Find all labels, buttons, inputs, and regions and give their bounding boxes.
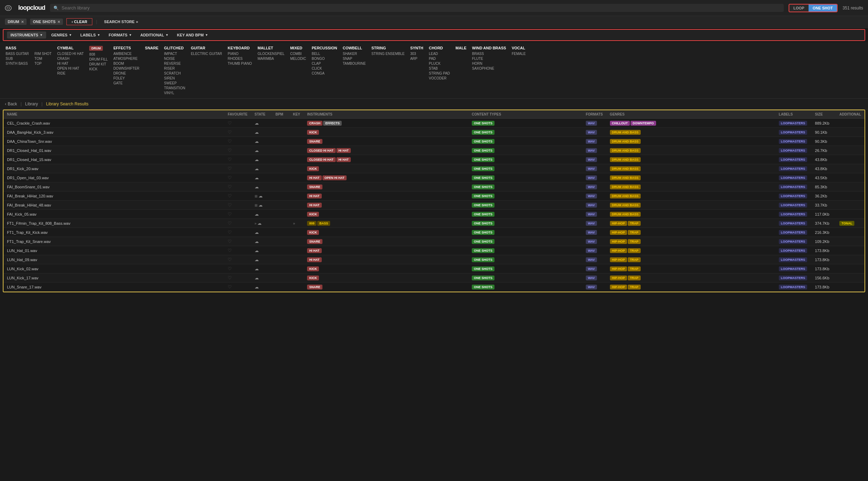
content-type-tag[interactable]: ONE SHOTS [472, 203, 495, 208]
inst-click[interactable]: CLICK [312, 67, 337, 70]
inst-ambience[interactable]: AMBIENCE [113, 52, 139, 56]
inst-saxophone[interactable]: SAXOPHONE [472, 67, 506, 70]
inst-snap[interactable]: SNAP [343, 57, 366, 61]
table-row[interactable]: DR1_Open_Hat_03.wav♡☁HI HATOPEN HI HATON… [3, 173, 865, 182]
label-tag[interactable]: LOOPMASTERS [779, 157, 807, 162]
label-tag[interactable]: LOOPMASTERS [779, 148, 807, 153]
filter-formats-button[interactable]: FORMATS ▼ [105, 32, 136, 39]
inst-rhodes[interactable]: RHODES [228, 57, 252, 61]
genre-tag[interactable]: DRUM AND BASS [610, 194, 641, 198]
inst-vocoder[interactable]: VOCODER [429, 76, 450, 80]
inst-clap[interactable]: CLAP [312, 62, 337, 65]
inst-drum-kit[interactable]: DRUM KIT [89, 62, 108, 66]
cell-favourite[interactable]: ♡ [224, 264, 251, 273]
cell-favourite[interactable]: ♡ [224, 137, 251, 146]
label-tag[interactable]: LOOPMASTERS [779, 285, 807, 290]
inst-synth-bass[interactable]: SYNTH BASS [6, 62, 29, 65]
table-row[interactable]: FAI_Break_HiHat_48.wav♡⊞ ☁HI HATONE SHOT… [3, 201, 865, 210]
cell-favourite[interactable]: ♡ [224, 155, 251, 164]
col-header-state[interactable]: STATE [251, 110, 272, 119]
format-tag[interactable]: WAV [586, 276, 597, 280]
cell-favourite[interactable]: ♡ [224, 182, 251, 191]
instrument-tag[interactable]: KICK [307, 130, 319, 135]
table-row[interactable]: DR1_Kick_20.wav♡☁KICKONE SHOTSWAVDRUM AN… [3, 164, 865, 173]
inst-impact[interactable]: IMPACT [164, 52, 185, 56]
genre-tag[interactable]: DOWNTEMPO [631, 121, 656, 126]
format-tag[interactable]: WAV [586, 257, 597, 262]
filter-drum-remove[interactable]: ✕ [21, 20, 24, 24]
instrument-tag[interactable]: HI HAT [307, 248, 321, 253]
genre-tag[interactable]: HIP-HOP [610, 230, 627, 235]
content-type-tag[interactable]: ONE SHOTS [472, 166, 495, 171]
instrument-tag[interactable]: SNARE [307, 139, 322, 144]
inst-flute[interactable]: FLUTE [472, 57, 506, 61]
col-header-instruments[interactable]: INSTRUMENTS [304, 110, 468, 119]
content-type-tag[interactable]: ONE SHOTS [472, 157, 495, 162]
label-tag[interactable]: LOOPMASTERS [779, 221, 807, 226]
content-type-tag[interactable]: ONE SHOTS [472, 285, 495, 290]
col-header-content-types[interactable]: CONTENT TYPES [468, 110, 582, 119]
inst-pad[interactable]: PAD [429, 57, 450, 61]
instrument-tag[interactable]: KICK [307, 166, 319, 171]
inst-drum-fill[interactable]: DRUM FILL [89, 57, 108, 61]
cell-favourite[interactable]: ♡ [224, 164, 251, 173]
filter-genres-button[interactable]: GENRES ▼ [48, 32, 75, 39]
inst-crash[interactable]: CRASH [57, 57, 84, 61]
table-row[interactable]: LUN_Hat_09.wav♡☁HI HATONE SHOTSWAVHIP-HO… [3, 255, 865, 264]
table-row[interactable]: FT1_Trap_Kit_Kick.wav♡☁KICKONE SHOTSWAVH… [3, 228, 865, 237]
inst-combi[interactable]: COMBI [290, 52, 306, 56]
inst-scratch[interactable]: SCRATCH [164, 71, 185, 75]
instrument-tag[interactable]: HI HAT [307, 175, 321, 180]
format-tag[interactable]: WAV [586, 184, 597, 189]
heart-icon[interactable]: ♡ [228, 211, 232, 217]
instrument-tag[interactable]: KICK [307, 230, 319, 235]
format-tag[interactable]: WAV [586, 221, 597, 226]
format-tag[interactable]: WAV [586, 166, 597, 171]
table-row[interactable]: FT1_F#min_Trap_Kit_808_Bass.wav♡» ☁»808B… [3, 219, 865, 228]
inst-siren[interactable]: SIREN [164, 76, 185, 80]
inst-electric-guitar[interactable]: ELECTRIC GUITAR [191, 52, 222, 56]
col-header-formats[interactable]: FORMATS [582, 110, 606, 119]
inst-melodic[interactable]: MELODIC [290, 57, 306, 61]
genre-tag[interactable]: HIP-HOP [610, 257, 627, 262]
heart-icon[interactable]: ♡ [228, 284, 232, 290]
table-row[interactable]: DR1_Closed_Hat_15.wav♡☁CLOSED HI HATHI H… [3, 155, 865, 164]
instrument-tag[interactable]: CLOSED HI HAT [307, 148, 335, 153]
inst-arp[interactable]: ARP [410, 57, 423, 61]
content-type-tag[interactable]: ONE SHOTS [472, 184, 495, 189]
format-tag[interactable]: WAV [586, 194, 597, 198]
cell-favourite[interactable]: ♡ [224, 146, 251, 155]
inst-thumb-piano[interactable]: THUMB PIANO [228, 62, 252, 65]
inst-303[interactable]: 303 [410, 52, 423, 56]
inst-female[interactable]: FEMALE [512, 52, 526, 56]
instrument-tag[interactable]: HI HAT [307, 203, 321, 208]
instrument-tag[interactable]: SNARE [307, 285, 322, 290]
genre-tag[interactable]: DRUM AND BASS [610, 203, 641, 208]
inst-lead[interactable]: LEAD [429, 52, 450, 56]
genre-tag[interactable]: HIP-HOP [610, 276, 627, 280]
inst-piano[interactable]: PIANO [228, 52, 252, 56]
inst-tambourine[interactable]: TAMBOURINE [343, 62, 366, 65]
content-type-tag[interactable]: ONE SHOTS [472, 221, 495, 226]
label-tag[interactable]: LOOPMASTERS [779, 184, 807, 189]
heart-icon[interactable]: ♡ [228, 266, 232, 271]
filter-additional-button[interactable]: ADDITIONAL ▼ [137, 32, 172, 39]
search-store-button[interactable]: SEARCH STORE » [101, 19, 142, 25]
genre-tag[interactable]: TRAP [628, 239, 641, 244]
table-row[interactable]: FT1_Trap_Kit_Snare.wav♡☁SNAREONE SHOTSWA… [3, 237, 865, 246]
genre-tag[interactable]: HIP-HOP [610, 221, 627, 226]
search-input[interactable] [62, 5, 780, 11]
heart-icon[interactable]: ♡ [228, 157, 232, 162]
format-tag[interactable]: WAV [586, 285, 597, 290]
inst-foley[interactable]: FOLEY [113, 76, 139, 80]
content-type-tag[interactable]: ONE SHOTS [472, 130, 495, 135]
genre-tag[interactable]: DRUM AND BASS [610, 139, 641, 144]
label-tag[interactable]: LOOPMASTERS [779, 121, 807, 126]
inst-808[interactable]: 808 [89, 53, 108, 56]
cell-favourite[interactable]: ♡ [224, 273, 251, 283]
filter-keybpm-button[interactable]: KEY AND BPM ▼ [173, 32, 212, 39]
label-tag[interactable]: LOOPMASTERS [779, 212, 807, 217]
label-tag[interactable]: LOOPMASTERS [779, 194, 807, 198]
format-tag[interactable]: WAV [586, 212, 597, 217]
heart-icon[interactable]: ♡ [228, 166, 232, 171]
